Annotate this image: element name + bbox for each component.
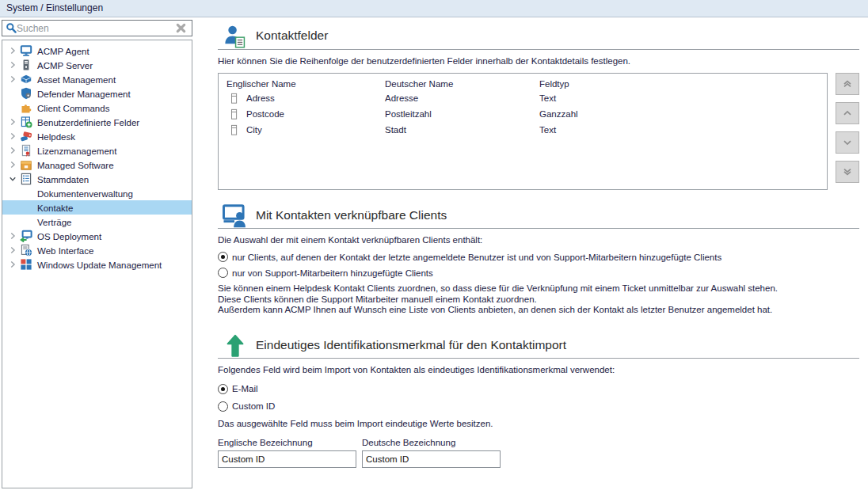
sidebar-item-helpdesk[interactable]: Helpdesk: [2, 129, 192, 143]
chevron-right-icon[interactable]: [8, 245, 20, 255]
move-down-button[interactable]: [836, 131, 859, 154]
move-up-button[interactable]: [836, 102, 859, 124]
radio-selected[interactable]: [218, 252, 228, 262]
german-name-cell: Adresse: [385, 93, 539, 103]
settings-tree: ACMP AgentACMP ServerAsset ManagementDef…: [2, 40, 192, 488]
search-icon: [2, 22, 17, 34]
os-deployment-icon: [20, 230, 33, 242]
client-person-icon: [223, 204, 248, 228]
linked-clients-notes: Sie können einem Helpdesk Kontakt Client…: [218, 283, 859, 316]
sidebar-item-lizenzmanagement[interactable]: Lizenzmanagement: [2, 143, 192, 158]
chevron-right-icon[interactable]: [8, 146, 20, 155]
sidebar-item-benutzerdefinierte-felder[interactable]: Benutzerdefinierte Felder: [2, 115, 192, 129]
contact-import-description: Folgendes Feld wird beim Import von Kont…: [218, 365, 859, 374]
sidebar-item-stammdaten[interactable]: Stammdaten: [2, 172, 192, 186]
windows-update-icon: [20, 258, 33, 271]
note-line: Außerdem kann ACMP Ihnen auf Wunsch eine…: [218, 305, 859, 316]
contact-import-option-custom-id[interactable]: Custom ID: [218, 401, 859, 412]
radio-label: E-Mail: [232, 384, 258, 393]
clear-search-icon[interactable]: [176, 21, 192, 36]
sidebar-item-windows-update-management[interactable]: Windows Update Management: [2, 257, 192, 272]
section-divider: [218, 228, 859, 229]
chevron-right-icon[interactable]: [8, 46, 20, 55]
sidebar-item-acmp-agent[interactable]: ACMP Agent: [2, 44, 192, 58]
field-row-city[interactable]: CityStadtText: [219, 122, 827, 138]
section-title: Mit Kontakten verknüpfbare Clients: [256, 208, 447, 224]
puzzle-icon: [20, 101, 33, 114]
linked-clients-option-nur-von-support-mitarbeitern-hinzugefugt[interactable]: nur von Support-Mitarbeitern hinzugefügt…: [218, 268, 859, 278]
note-line: Diese Clients können die Support Mitarbe…: [218, 294, 859, 306]
sidebar-item-managed-software[interactable]: Managed Software: [2, 158, 192, 172]
sidebar-item-vertrage[interactable]: Verträge: [2, 215, 192, 229]
linked-clients-option-nur-clients-auf-denen-der-kontakt-der-le[interactable]: nur Clients, auf denen der Kontakt der l…: [218, 252, 859, 262]
chevron-right-icon[interactable]: [8, 231, 20, 241]
contact-import-option-e-mail[interactable]: E-Mail: [218, 384, 859, 394]
chevron-right-icon[interactable]: [8, 260, 20, 269]
sidebar-item-defender-management[interactable]: Defender Management: [2, 86, 192, 101]
window-title: System / Einstellungen: [0, 0, 868, 17]
sidebar-item-os-deployment[interactable]: OS Deployment: [2, 229, 192, 243]
linked-clients-description: Die Auswahl der mit einem Kontakt verknü…: [218, 235, 859, 245]
sidebar-item-label: Windows Update Management: [37, 260, 162, 270]
radio-unselected[interactable]: [218, 268, 228, 278]
contact-document-icon: [223, 24, 248, 49]
sidebar-item-label: Helpdesk: [37, 131, 75, 142]
contact-import-note: Das ausgewählte Feld muss beim Import ei…: [218, 419, 859, 428]
field-row-postcode[interactable]: PostcodePostleitzahlGanzzahl: [219, 106, 827, 122]
contact-import-header: Eindeutiges Identifikationsmerkmal für d…: [218, 334, 859, 358]
note-line: Sie können einem Helpdesk Kontakt Client…: [218, 283, 859, 294]
radio-unselected[interactable]: [218, 401, 228, 412]
german-name-cell: Stadt: [385, 125, 539, 135]
custom-fields-icon: [20, 116, 33, 128]
sidebar-item-web-interface[interactable]: Web Interface: [2, 243, 192, 257]
sidebar-item-dokumentenverwaltung[interactable]: Dokumentenverwaltung: [2, 186, 192, 200]
chevron-right-icon[interactable]: [8, 131, 20, 141]
sidebar-item-acmp-server[interactable]: ACMP Server: [2, 58, 192, 72]
server-icon: [20, 59, 33, 71]
field-type-cell: Text: [539, 93, 827, 103]
software-box-icon: [20, 158, 33, 171]
field-type-cell: Ganzzahl: [539, 109, 827, 119]
sidebar-item-label: Stammdaten: [37, 174, 89, 184]
monitor-icon: [20, 44, 33, 57]
up-arrow-icon: [223, 334, 248, 358]
linked-clients-header: Mit Kontakten verknüpfbare Clients: [218, 204, 859, 228]
settings-content: Kontaktfelder Hier können Sie die Reihen…: [218, 24, 859, 468]
english-name-cell: City: [246, 125, 385, 135]
helpdesk-tag-icon: [20, 130, 33, 142]
column-header: Deutscher Name: [385, 79, 539, 89]
chevron-down-icon[interactable]: [8, 174, 20, 184]
chevron-right-icon[interactable]: [8, 117, 20, 127]
english-designation-label: Englische Bezeichnung: [218, 438, 356, 447]
field-icon: [227, 124, 246, 136]
sidebar-item-client-commands[interactable]: Client Commands: [2, 101, 192, 115]
radio-selected[interactable]: [218, 384, 228, 394]
english-designation-input[interactable]: [218, 450, 356, 468]
field-row-adress[interactable]: AdressAdresseText: [219, 90, 827, 106]
chevron-right-icon[interactable]: [8, 60, 20, 70]
radio-label: nur Clients, auf denen der Kontakt der l…: [232, 253, 721, 262]
section-title: Eindeutiges Identifikationsmerkmal für d…: [256, 338, 566, 354]
move-to-top-button[interactable]: [836, 73, 859, 95]
sidebar-item-asset-management[interactable]: Asset Management: [2, 72, 192, 86]
search-input[interactable]: [17, 21, 176, 35]
sidebar-item-label: Kontakte: [37, 203, 73, 213]
sidebar-item-label: Lizenzmanagement: [37, 146, 116, 156]
chevron-right-icon[interactable]: [8, 74, 20, 84]
contact-fields-table[interactable]: Englischer Name Deutscher Name Feldtyp A…: [218, 73, 828, 190]
sidebar-item-label: Dokumentenverwaltung: [37, 188, 133, 199]
sidebar-item-label: Verträge: [37, 217, 71, 227]
column-header: Feldtyp: [539, 79, 827, 89]
sidebar-item-label: Managed Software: [37, 160, 114, 170]
german-designation-input[interactable]: [362, 450, 501, 468]
sidebar-item-kontakte[interactable]: Kontakte: [2, 200, 192, 215]
radio-label: nur von Support-Mitarbeitern hinzugefügt…: [232, 268, 433, 278]
search-box[interactable]: [2, 20, 192, 36]
chevron-right-icon[interactable]: [8, 160, 20, 169]
contact-fields-description: Hier können Sie die Reihenfolge der benu…: [218, 56, 859, 66]
move-to-bottom-button[interactable]: [836, 161, 859, 183]
sidebar-item-label: Web Interface: [37, 245, 93, 256]
shield-gear-icon: [20, 87, 33, 100]
table-header-row: Englischer Name Deutscher Name Feldtyp: [219, 74, 827, 90]
asset-box-icon: [20, 73, 33, 86]
